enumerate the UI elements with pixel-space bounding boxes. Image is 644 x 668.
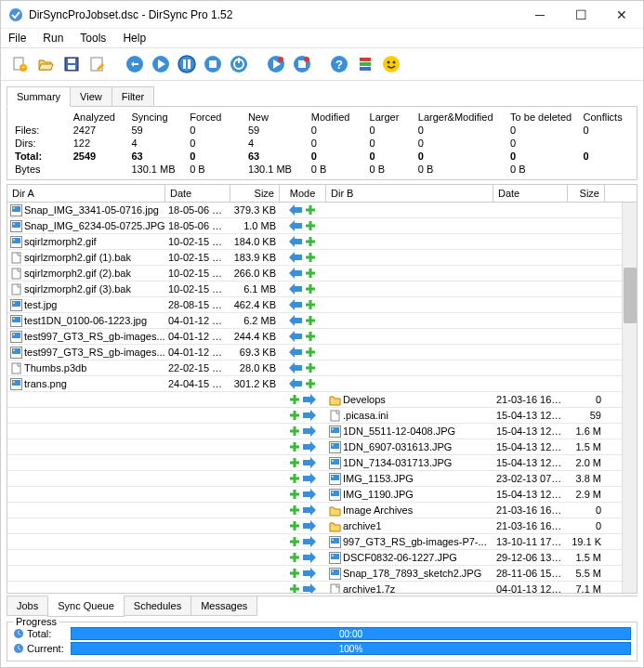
new-button[interactable]: + <box>8 53 31 75</box>
svg-rect-18 <box>238 58 240 63</box>
docs-button[interactable] <box>354 53 376 75</box>
svg-text:+: + <box>21 64 25 71</box>
stats-value: 0 <box>366 124 414 137</box>
table-row[interactable]: Snap_178_7893_sketch2.JPG28-11-06 15:215… <box>7 566 637 582</box>
shutdown-button[interactable] <box>228 53 250 75</box>
pause-button[interactable] <box>176 53 198 75</box>
table-row[interactable]: Snap_IMG_6234-05-0725.JPG18-05-06 22:321… <box>7 218 637 234</box>
svg-marker-72 <box>289 378 302 389</box>
mode-icon <box>280 473 326 484</box>
header-size-b[interactable]: Size <box>568 185 605 202</box>
schedule-start-button[interactable] <box>265 53 287 75</box>
clock-icon <box>13 643 24 654</box>
filename-b: 997_GT3_RS_gb-images-P7-... <box>343 536 487 547</box>
table-row[interactable]: DSCF0832-06-1227.JPG29-12-06 13:371.5 M <box>7 550 637 566</box>
table-row[interactable]: Thumbs.p3db22-02-15 22:5728.0 KB <box>7 360 637 376</box>
table-row[interactable]: test1DN_0100-06-1223.jpg04-01-12 15:526.… <box>7 313 637 329</box>
mode-icon <box>280 220 326 231</box>
menu-file[interactable]: File <box>5 30 30 46</box>
tab-summary[interactable]: Summary <box>7 86 71 107</box>
table-row[interactable]: 1DN_5511-12-0408.JPG15-04-13 12:101.6 M <box>7 424 637 439</box>
donate-button[interactable] <box>380 53 402 75</box>
mode-icon <box>280 331 326 342</box>
table-row[interactable]: Snap_IMG_3341-05-0716.jpg18-05-06 22:323… <box>7 203 637 218</box>
header-dir-b[interactable]: Dir B <box>326 185 493 202</box>
table-row[interactable]: Develops21-03-16 16:050 <box>7 392 637 408</box>
table-row[interactable]: 1DN_7134-031713.JPG15-04-13 12:102.0 M <box>7 455 637 471</box>
stats-value: 0 <box>186 150 244 163</box>
table-row[interactable]: IMG_1190.JPG15-04-13 12:102.9 M <box>7 487 637 503</box>
date-b: 15-04-13 12:10 <box>493 489 568 500</box>
table-row[interactable]: 1DN_6907-031613.JPG15-04-13 12:101.5 M <box>7 439 637 455</box>
filename-b: Image Archives <box>343 504 413 516</box>
header-date-b[interactable]: Date <box>493 185 568 202</box>
date-b: 15-04-13 12:10 <box>493 441 568 452</box>
tab-filter[interactable]: Filter <box>112 86 154 106</box>
svg-rect-64 <box>12 348 20 354</box>
table-row[interactable]: test997_GT3_RS_gb-images...04-01-12 15:5… <box>7 329 637 345</box>
scroll-thumb[interactable] <box>624 268 637 323</box>
sync-button[interactable] <box>150 53 172 75</box>
close-button[interactable]: ✕ <box>608 6 636 24</box>
tab-messages[interactable]: Messages <box>191 596 257 616</box>
filename-b: DSCF0832-06-1227.JPG <box>343 552 457 563</box>
filename-b: IMG_1153.JPG <box>343 473 414 484</box>
date-a: 10-02-15 00:25 <box>165 268 230 279</box>
table-row[interactable]: Image Archives21-03-16 16:050 <box>7 503 637 518</box>
stats-value: 0 <box>506 124 579 137</box>
svg-marker-88 <box>303 473 316 484</box>
header-date-a[interactable]: Date <box>165 185 230 202</box>
stats-header: Forced <box>186 111 244 124</box>
header-size-a[interactable]: Size <box>230 185 280 202</box>
table-row[interactable]: sqirlzmorph2.gif10-02-15 00:29184.0 KB <box>7 234 637 250</box>
table-row[interactable]: sqirlzmorph2.gif (1).bak10-02-15 00:2718… <box>7 250 637 266</box>
filename-b: archive1 <box>343 520 382 531</box>
svg-rect-90 <box>331 475 339 480</box>
table-row[interactable]: test.jpg28-08-15 14:30462.4 KB <box>7 297 637 313</box>
tab-jobs[interactable]: Jobs <box>7 596 48 616</box>
size-a: 28.0 KB <box>230 362 280 373</box>
stats-value: 0 <box>366 137 414 150</box>
header-mode[interactable]: Mode <box>280 185 326 202</box>
svg-point-87 <box>332 460 334 462</box>
minimize-button[interactable]: ─ <box>526 6 554 24</box>
table-row[interactable]: trans.png24-04-15 10:00301.2 KB <box>7 376 637 392</box>
stop-button[interactable] <box>202 53 224 75</box>
analyze-button[interactable] <box>124 53 146 75</box>
edit-button[interactable] <box>86 53 109 75</box>
menu-run[interactable]: Run <box>39 30 67 46</box>
maximize-button[interactable]: ☐ <box>567 6 595 24</box>
save-button[interactable] <box>60 53 83 75</box>
table-row[interactable]: sqirlzmorph2.gif (2).bak10-02-15 00:2526… <box>7 266 637 282</box>
date-b: 15-04-13 12:10 <box>493 426 568 437</box>
menu-help[interactable]: Help <box>119 30 150 46</box>
help-button[interactable]: ? <box>328 53 350 75</box>
svg-marker-58 <box>289 315 302 326</box>
svg-point-21 <box>278 57 283 62</box>
stats-value: 59 <box>244 124 308 137</box>
header-dir-a[interactable]: Dir A <box>7 185 165 202</box>
table-row[interactable]: archive1.7z04-01-13 12:387.1 M <box>7 582 637 593</box>
scrollbar[interactable] <box>622 203 637 593</box>
size-b: 59 <box>568 410 605 421</box>
table-row[interactable]: 997_GT3_RS_gb-images-P7-...13-10-11 17:5… <box>7 534 637 550</box>
progress-total-bar: 00:00 <box>71 627 631 640</box>
menu-tools[interactable]: Tools <box>76 30 110 46</box>
table-row[interactable]: sqirlzmorph2.gif (3).bak10-02-15 00:226.… <box>7 282 637 297</box>
svg-rect-100 <box>331 538 339 544</box>
date-a: 10-02-15 00:27 <box>165 252 230 263</box>
schedule-stop-button[interactable] <box>291 53 313 75</box>
table-row[interactable]: test997_GT3_RS_gb-images...04-01-12 15:5… <box>7 345 637 360</box>
stats-value: 0 B <box>506 163 579 176</box>
table-row[interactable]: .picasa.ini15-04-13 12:0959 <box>7 408 637 424</box>
tab-sync-queue[interactable]: Sync Queue <box>47 596 125 617</box>
tab-schedules[interactable]: Schedules <box>124 596 191 616</box>
stats-header: Modified <box>308 111 366 124</box>
stats-value: 0 <box>506 137 579 150</box>
open-button[interactable] <box>34 53 57 75</box>
mode-icon <box>280 520 326 531</box>
tab-view[interactable]: View <box>70 86 112 106</box>
table-row[interactable]: IMG_1153.JPG23-02-13 07:363.8 M <box>7 471 637 487</box>
window-title: DirSyncProJobset.dsc - DirSync Pro 1.52 <box>29 8 526 21</box>
table-row[interactable]: archive121-03-16 16:050 <box>7 518 637 534</box>
